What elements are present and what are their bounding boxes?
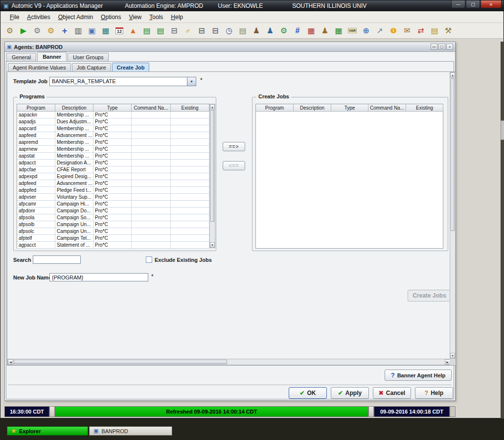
apply-button[interactable]: ✔ Apply	[331, 387, 369, 399]
scroll-down-icon[interactable]: ▼	[450, 353, 455, 358]
explorer-task-button[interactable]: ★ Explorer	[7, 426, 88, 436]
subtab-job-capture[interactable]: Job Capture	[72, 63, 111, 71]
reports-stack-icon[interactable]: ▤	[237, 25, 249, 37]
table-row[interactable]: adpacct Designation A... Pro*C	[17, 160, 209, 166]
move-left-button[interactable]: <==	[223, 161, 245, 170]
table-row[interactable]: afpcamr Campaign Hi... Pro*C	[17, 201, 209, 208]
table-row[interactable]: aapfeed Advancement ... Pro*C	[17, 132, 209, 139]
table-row[interactable]: aapcard Membership ... Pro*C	[17, 125, 209, 132]
objects-shapes-icon[interactable]: ▲	[127, 25, 139, 37]
status-splitter[interactable]	[49, 406, 55, 417]
table-row[interactable]: adpexpd Expired Desig... Pro*C	[17, 173, 209, 180]
move-right-button[interactable]: ==>	[223, 142, 245, 151]
copy-objects-icon[interactable]: ▣	[86, 25, 98, 37]
col-header-description[interactable]: Description	[294, 104, 331, 112]
table-row[interactable]: afpsolb Campaign Un... Pro*C	[17, 221, 209, 228]
database-export-icon[interactable]: ▤	[155, 25, 166, 37]
panel-horizontal-scrollbar[interactable]: ◀ ▶	[7, 359, 451, 365]
banner-agent-help-button[interactable]: ? Banner Agent Help	[385, 370, 452, 381]
subtab-agent-runtime-values[interactable]: Agent Runtime Values	[8, 63, 71, 71]
new-job-name-input[interactable]	[49, 273, 148, 281]
create-jobs-button[interactable]: Create Jobs	[408, 290, 451, 301]
printer-stats-icon[interactable]: ⊟	[168, 25, 180, 37]
database-load-icon[interactable]: ▤	[141, 25, 153, 37]
server-status-icon[interactable]: ▥	[72, 25, 84, 37]
scheduler-clock-icon[interactable]: ◷	[223, 25, 235, 37]
tools-icon[interactable]: ⚒	[442, 25, 454, 37]
table-row[interactable]: aapremd Membership ... Pro*C	[17, 139, 209, 146]
tab-general[interactable]: General	[6, 53, 36, 61]
col-header-program[interactable]: Program	[256, 104, 294, 112]
user-config-icon[interactable]: ♟	[251, 25, 262, 37]
table-row[interactable]: agpacct Statement of ... Pro*C	[17, 242, 209, 249]
table-row[interactable]: afpdonr Campaign Do... Pro*C	[17, 208, 209, 214]
scrollbar-thumb[interactable]	[14, 360, 227, 364]
variables-icon[interactable]: VAR	[346, 25, 358, 37]
banprod-task-button[interactable]: ▣ BANPROD	[89, 426, 172, 436]
menu-view[interactable]: View	[125, 12, 145, 22]
col-header-existing[interactable]: Existing	[171, 104, 209, 112]
distribute-gear-icon[interactable]: +	[59, 25, 70, 37]
table-row[interactable]: adpfeed Advancement ... Pro*C	[17, 180, 209, 187]
settings-gear-icon[interactable]: ⚙	[45, 25, 57, 37]
panel-vertical-scrollbar[interactable]: ▲ ▼	[450, 72, 456, 359]
menu-options[interactable]: Options	[97, 12, 125, 22]
scroll-up-icon[interactable]: ▲	[210, 104, 215, 110]
calendar-user-icon[interactable]: ▦	[305, 25, 317, 37]
table-row[interactable]: afpsolc Campaign Un... Pro*C	[17, 228, 209, 235]
col-header-program[interactable]: Program	[17, 104, 55, 112]
info-doc-icon[interactable]: i	[388, 25, 399, 37]
col-header-type[interactable]: Type	[93, 104, 132, 112]
table-row[interactable]: adpcfae CFAE Report Pro*C	[17, 166, 209, 173]
person-icon[interactable]: ♟	[319, 25, 331, 37]
run-icon[interactable]: ▶	[18, 25, 29, 37]
programs-table-scrollbar[interactable]: ▲ ▼	[209, 104, 215, 248]
col-header-command-name[interactable]: Command Na...	[132, 104, 171, 112]
window-close-button[interactable]: ×	[481, 0, 502, 8]
cancel-button[interactable]: ✖ Cancel	[373, 387, 411, 399]
refresh-requests-icon[interactable]: ⚙	[4, 25, 16, 37]
scrollbar-thumb[interactable]	[210, 110, 214, 222]
connect-swap-icon[interactable]: ⇄	[415, 25, 427, 37]
help-button[interactable]: ? Help	[415, 387, 453, 399]
schedule-grid-icon[interactable]: ▦	[100, 25, 112, 37]
document-info-icon[interactable]: ▤	[429, 25, 440, 37]
search-input[interactable]	[33, 255, 81, 264]
menu-object-admin[interactable]: Object Admin	[54, 12, 97, 22]
scrollbar-thumb[interactable]	[451, 78, 455, 231]
export-icon[interactable]: ↗	[374, 25, 386, 37]
table-row[interactable]: aapackn Membership ... Pro*C	[17, 112, 209, 118]
calendar-icon[interactable]: 12	[114, 25, 125, 37]
tab-banner[interactable]: Banner	[37, 52, 67, 61]
window-minimize-button[interactable]: —	[451, 0, 465, 8]
menu-help[interactable]: Help	[167, 12, 187, 22]
frame-float-button[interactable]: ▭	[431, 44, 437, 50]
menu-activities[interactable]: Activities	[23, 12, 54, 22]
scroll-up-icon[interactable]: ▲	[450, 72, 455, 78]
table-row[interactable]: aapstat Membership ... Pro*C	[17, 153, 209, 160]
exclude-existing-jobs-checkbox[interactable]	[146, 256, 152, 263]
print-setup-icon[interactable]: ⊟	[209, 25, 221, 37]
user-roles-icon[interactable]: ♟	[264, 25, 276, 37]
window-maximize-button[interactable]: ▢	[466, 0, 480, 8]
gears-icon[interactable]: ⚙	[31, 25, 43, 37]
template-job-combobox[interactable]: BANNER_RA_TEMPLATE ▼	[49, 77, 196, 86]
table-row[interactable]: aaprnew Membership ... Pro*C	[17, 146, 209, 153]
table-export-icon[interactable]: ▦	[333, 25, 344, 37]
col-header-existing[interactable]: Existing	[406, 104, 443, 112]
scroll-left-icon[interactable]: ◀	[8, 359, 13, 365]
frame-maximize-button[interactable]: ▢	[438, 44, 445, 50]
chevron-down-icon[interactable]: ▼	[187, 77, 196, 86]
mail-icon[interactable]: ✉	[401, 25, 413, 37]
table-row[interactable]: afptelf Campaign Tel... Pro*C	[17, 235, 209, 242]
table-row[interactable]: adppfed Pledge Feed t... Pro*C	[17, 187, 209, 194]
hash-icon[interactable]: #	[292, 25, 303, 37]
subtab-create-job[interactable]: Create Job	[112, 63, 150, 71]
menu-tools[interactable]: Tools	[145, 12, 167, 22]
print-icon[interactable]: ⊟	[196, 25, 207, 37]
table-row[interactable]: aapadjs Dues Adjustm... Pro*C	[17, 118, 209, 125]
col-header-command-name[interactable]: Command Na...	[368, 104, 406, 112]
col-header-type[interactable]: Type	[331, 104, 368, 112]
ok-button[interactable]: ✔ OK	[289, 387, 327, 399]
tab-user-groups[interactable]: User Groups	[68, 53, 109, 61]
